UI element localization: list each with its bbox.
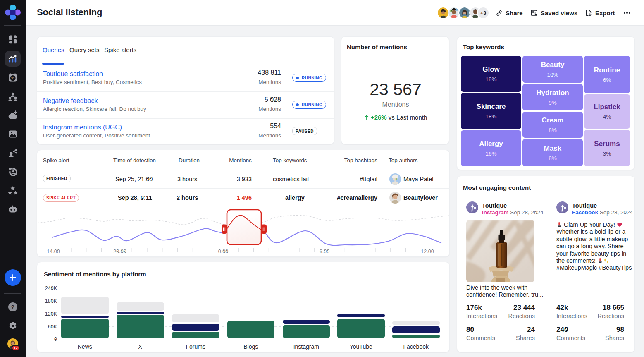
svg-text:?: ? <box>11 304 14 310</box>
svg-text:31: 31 <box>11 76 15 80</box>
